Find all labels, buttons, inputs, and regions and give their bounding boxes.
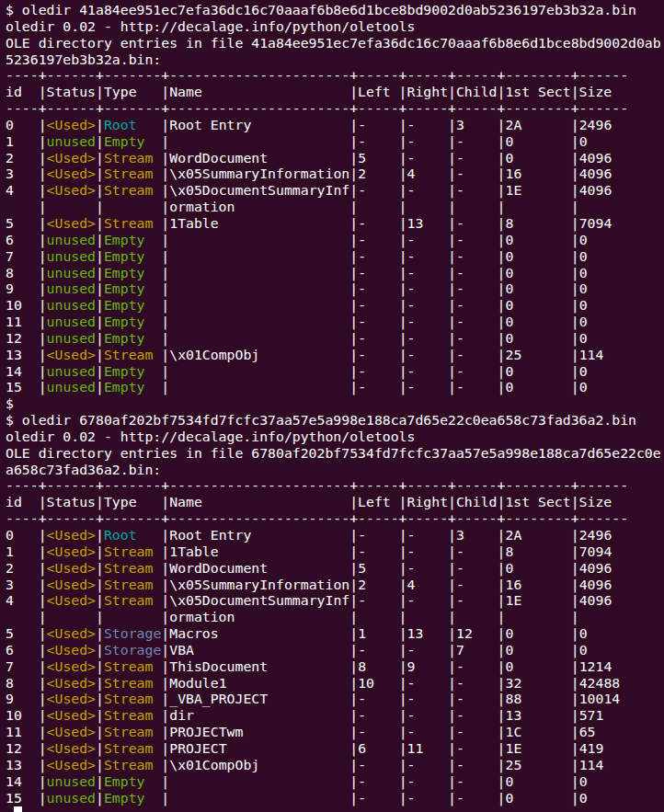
- pipe: |: [39, 691, 47, 706]
- pipe: |: [39, 133, 47, 149]
- id-cell: 4: [6, 592, 39, 608]
- type-cell: Root: [104, 117, 161, 132]
- table-row: 9 |<Used>|Stream |_VBA_PROJECT |- |- |- …: [6, 691, 664, 707]
- pipe: |: [39, 675, 47, 691]
- pipe: |: [39, 363, 47, 379]
- name-cell: 1Table: [169, 543, 349, 559]
- info-line: 5236197eb3b32a.bin:: [6, 51, 664, 68]
- pipe: |: [96, 182, 104, 198]
- values-cell: |- |- |- |0 |0: [349, 363, 587, 379]
- pipe: |: [96, 280, 104, 296]
- pipe: |: [161, 527, 169, 543]
- id-cell: 6: [6, 642, 39, 658]
- values-cell: |- |- |3 |2A |2496: [349, 117, 612, 132]
- name-cell: \x05DocumentSummaryInf: [169, 592, 349, 608]
- id-cell: 10: [6, 707, 39, 723]
- status-cell: unused: [47, 379, 96, 395]
- name-cell: [169, 363, 349, 379]
- values-cell: |- |- |- |1C |65: [349, 724, 595, 739]
- type-cell: Stream: [104, 182, 161, 198]
- pipe: |: [161, 363, 169, 379]
- id-cell: 3: [6, 166, 39, 181]
- name-cell: Root Entry: [169, 527, 349, 543]
- pipe: |: [161, 724, 169, 739]
- table-row: 5 |<Used>|Stream |1Table |- |13 |- |8 |7…: [6, 215, 664, 232]
- pipe: |: [96, 543, 104, 559]
- name-cell: VBA: [169, 642, 349, 658]
- pipe: |: [39, 560, 47, 576]
- pipe: |: [39, 182, 47, 198]
- table-row: 14 |unused|Empty | |- |- |- |0 |0: [6, 773, 664, 790]
- pipe: |: [96, 363, 104, 379]
- type-cell: Stream: [104, 658, 161, 674]
- values-cell: |- |13 |- |8 |7094: [349, 215, 612, 231]
- id-cell: 0: [6, 117, 39, 132]
- pipe: |: [96, 675, 104, 691]
- table-separator: ----+------+-------+--------------------…: [6, 67, 664, 84]
- pipe: |: [39, 150, 47, 166]
- pipe: |: [161, 347, 169, 362]
- id-cell: 15: [6, 379, 39, 395]
- values-cell: |- |- |- |88 |10014: [349, 691, 620, 706]
- type-cell: Storage: [104, 642, 161, 658]
- pipe: |: [96, 166, 104, 181]
- pipe: |: [161, 707, 169, 723]
- table-row: 6 |<Used>|Storage|VBA |- |- |7 |0 |0: [6, 642, 664, 658]
- type-cell: Root: [104, 527, 161, 543]
- info-text: 5236197eb3b32a.bin:: [6, 51, 161, 67]
- values-cell: |- |- |- |0 |0: [349, 379, 587, 395]
- pipe: |: [161, 560, 169, 576]
- pipe: |: [39, 215, 47, 231]
- status-cell: <Used>: [47, 150, 96, 166]
- pipe: |: [161, 232, 169, 247]
- name-cell: Module1: [169, 675, 349, 691]
- pipe: |: [161, 658, 169, 674]
- id-cell: 13: [6, 757, 39, 772]
- type-cell: Stream: [104, 150, 161, 166]
- pipe: |: [39, 265, 47, 280]
- name-cell: [169, 297, 349, 313]
- pipe: |: [161, 330, 169, 346]
- type-cell: Stream: [104, 166, 161, 181]
- pipe: |: [161, 248, 169, 264]
- pipe: |: [96, 724, 104, 739]
- table-row: 3 |<Used>|Stream |\x05SummaryInformation…: [6, 166, 664, 182]
- id-cell: 10: [6, 297, 39, 313]
- name-cell: [169, 790, 349, 806]
- shell-prompt: $: [6, 395, 14, 411]
- status-cell: <Used>: [47, 625, 96, 641]
- id-cell: 11: [6, 724, 39, 739]
- pipe: |: [96, 314, 104, 329]
- status-cell: <Used>: [47, 740, 96, 756]
- pipe: |: [96, 625, 104, 641]
- id-cell: 12: [6, 740, 39, 756]
- pipe: |: [161, 757, 169, 772]
- name-cell: [169, 248, 349, 264]
- pipe: |: [96, 740, 104, 756]
- name-cell: ormation: [169, 199, 349, 214]
- pipe: |: [39, 642, 47, 658]
- id-cell: 4: [6, 182, 39, 198]
- values-cell: |- |- |- |1E |4096: [349, 182, 612, 198]
- status-cell: <Used>: [47, 642, 96, 658]
- pipe: |: [161, 117, 169, 132]
- table-row: 9 |unused|Empty | |- |- |- |0 |0: [6, 280, 664, 297]
- pipe: | | |: [6, 199, 169, 214]
- type-cell: Empty: [104, 297, 161, 313]
- values-cell: |- |- |- |0 |0: [349, 280, 587, 296]
- values-cell: |- |- |3 |2A |2496: [349, 527, 612, 543]
- pipe: |: [161, 297, 169, 313]
- pipe: |: [96, 658, 104, 674]
- table-row: 7 |<Used>|Stream |ThisDocument |8 |9 |- …: [6, 658, 664, 675]
- name-cell: PROJECT: [169, 740, 349, 756]
- pipe: |: [39, 297, 47, 313]
- header-text: id |Status|Type |Name |Left |Right|Child…: [6, 84, 628, 99]
- name-cell: _VBA_PROJECT: [169, 691, 349, 706]
- status-cell: <Used>: [47, 182, 96, 198]
- table-header: id |Status|Type |Name |Left |Right|Child…: [6, 84, 664, 100]
- name-cell: \x05DocumentSummaryInf: [169, 182, 349, 198]
- header-text: id |Status|Type |Name |Left |Right|Child…: [6, 494, 628, 509]
- command-text: oledir 41a84ee951ec7efa36dc16c70aaaf6b8e…: [22, 2, 636, 17]
- name-cell: Root Entry: [169, 117, 349, 132]
- id-cell: 2: [6, 560, 39, 576]
